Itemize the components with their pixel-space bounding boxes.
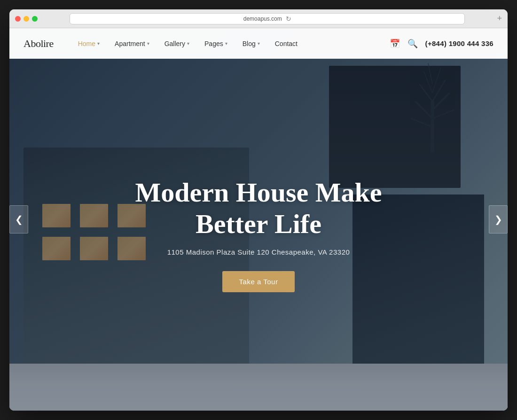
prev-arrow-icon: ❮	[15, 214, 23, 225]
chevron-down-icon: ▾	[258, 41, 260, 46]
chevron-down-icon: ▾	[225, 41, 227, 46]
chevron-down-icon: ▾	[187, 41, 189, 46]
search-icon[interactable]: 🔍	[407, 39, 418, 49]
nav-actions: 📅 🔍 (+844) 1900 444 336	[390, 39, 494, 49]
refresh-icon[interactable]: ↻	[286, 15, 291, 23]
minimize-button[interactable]	[24, 16, 29, 22]
hero-title-line1: Modern House Make	[135, 177, 382, 208]
nav-item-pages[interactable]: Pages ▾	[199, 37, 233, 50]
nav-item-contact[interactable]: Contact	[269, 37, 303, 50]
nav-item-blog[interactable]: Blog ▾	[237, 37, 266, 50]
close-button[interactable]	[15, 16, 21, 22]
address-bar[interactable]: demoapus.com ↻	[70, 13, 465, 24]
nav-links: Home ▾ Apartment ▾ Gallery ▾ Pages ▾ Blo…	[72, 37, 390, 50]
hero-title-line2: Better Life	[196, 209, 321, 239]
nav-item-contact-label: Contact	[275, 40, 298, 47]
take-a-tour-button[interactable]: Take a Tour	[222, 271, 295, 292]
browser-window: demoapus.com ↻ +	[9, 9, 508, 411]
website-content: Abolire Home ▾ Apartment ▾ Gallery ▾ Pag…	[9, 28, 508, 411]
hero-title: Modern House Make Better Life	[135, 177, 382, 240]
next-arrow-icon: ❯	[494, 214, 502, 225]
logo-text: Abolire	[24, 38, 54, 49]
url-text: demoapus.com	[243, 16, 282, 22]
navigation: Abolire Home ▾ Apartment ▾ Gallery ▾ Pag…	[9, 28, 508, 59]
calendar-icon[interactable]: 📅	[390, 39, 400, 49]
chevron-down-icon: ▾	[147, 41, 149, 46]
nav-item-apartment-label: Apartment	[115, 40, 145, 47]
traffic-lights	[15, 16, 38, 22]
nav-item-apartment[interactable]: Apartment ▾	[109, 37, 155, 50]
add-tab-button[interactable]: +	[497, 14, 502, 23]
browser-chrome: demoapus.com ↻ +	[9, 9, 508, 28]
nav-item-blog-label: Blog	[243, 40, 256, 47]
fullscreen-button[interactable]	[32, 16, 38, 22]
hero-content: Modern House Make Better Life 1105 Madis…	[9, 59, 508, 411]
logo[interactable]: Abolire	[24, 38, 54, 50]
prev-slide-button[interactable]: ❮	[9, 205, 28, 233]
chevron-down-icon: ▾	[97, 41, 100, 46]
phone-number: (+844) 1900 444 336	[425, 39, 494, 47]
next-slide-button[interactable]: ❯	[489, 205, 508, 233]
nav-item-home[interactable]: Home ▾	[72, 37, 105, 50]
nav-item-gallery[interactable]: Gallery ▾	[159, 37, 195, 50]
nav-item-home-label: Home	[78, 40, 95, 47]
hero-address: 1105 Madison Plaza Suite 120 Chesapeake,…	[167, 248, 350, 256]
nav-item-pages-label: Pages	[204, 40, 223, 47]
nav-item-gallery-label: Gallery	[164, 40, 185, 47]
